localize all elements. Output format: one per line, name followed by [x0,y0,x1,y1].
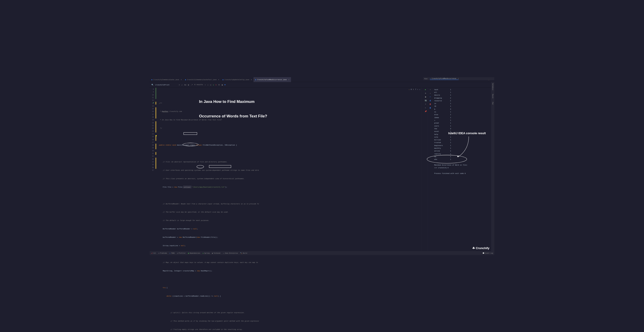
terminal-tool-button[interactable]: ▣Terminal [212,252,221,254]
layout-icon[interactable]: ⬇ [425,103,426,105]
bulb-icon[interactable]: 💡 [155,135,157,137]
todo-icon: ☑ [170,252,170,254]
maven-tool-button[interactable]: Maven [492,94,494,98]
run-tab[interactable]: ▸ CrunchifyFindMaxOccurrence ✕ [430,78,459,80]
print-icon[interactable]: 🖨 [430,100,431,102]
line-gutter: 8910111213141516171819202122232425262728… [150,88,156,251]
new-window-icon[interactable]: ▣ [222,84,223,86]
profiler-tool-button[interactable]: ◔Profiler [177,252,186,254]
deps-icon: ▦ [188,252,189,254]
clear-icon[interactable]: ✕ [179,84,180,86]
java-class-icon: ◉ [185,78,186,80]
down-icon[interactable]: ↓ [420,88,420,91]
close-icon[interactable]: ✕ [181,78,182,80]
words-icon[interactable]: W [188,84,189,86]
event-log-icon: 💬 [482,252,484,254]
code-content[interactable]: In Java How to Find Maximum Occurrence o… [159,88,422,251]
build-icon: 🔨 [240,252,242,254]
enter-icon[interactable]: ↵ [182,84,182,86]
next-icon[interactable]: ↓ [207,84,208,86]
close-icon[interactable]: ✕ [251,78,252,80]
match-case-icon[interactable]: Aa [184,84,186,86]
toggle-icon[interactable]: ⏸ [218,84,220,86]
down-icon[interactable]: ↓ [430,92,431,94]
prev-icon[interactable]: ↑ [204,84,206,86]
wrap-icon[interactable]: ↩ [430,96,431,98]
pin-icon[interactable]: 📌 [425,110,427,113]
search-bar: 🔍 ✕ ↵ Aa W .* 6 results ↑ ↓ ▢ ⇲ ⇱ ⏸ ▣ ▼ … [150,82,494,88]
exit-icon[interactable]: ⇤ [425,107,426,109]
event-log-button[interactable]: 💬Event Log [482,252,493,254]
add-selection-icon[interactable]: ⇲ [213,84,214,86]
tab-inmemory-cache[interactable]: ◉ CrunchifyInmemoryCache.java ✕ [150,77,183,82]
run-tool-button[interactable]: Run [492,102,494,105]
tab-label: CrunchifyUpdateConfig.java [224,78,249,80]
console-output[interactable]: tech1all1desire1blogging2resource2in1161… [432,88,494,251]
warning-icon: ⚠ [409,88,410,91]
rerun-icon[interactable]: ▶ [425,88,426,90]
tab-inmemory-cache-test[interactable]: ◉ CrunchifyInmemoryCacheTest.java ✕ [184,77,221,82]
console-row: in1 [434,102,492,105]
console-row: reality1 [434,152,492,155]
stop-icon[interactable]: ■ [425,96,426,98]
console-row: is1 [434,110,492,113]
java-class-icon: ◉ [255,78,256,80]
console-row: ideas1 [434,116,492,119]
magnify-icon: ⚲ [413,88,414,91]
gear-icon[interactable]: ⚙ [425,92,426,94]
up-icon[interactable]: ↑ [430,88,431,90]
problems-tool-button[interactable]: ⊘Problems [158,252,167,254]
run-panel: ▶ ⚙ ■ 📷 ⬇ ⇤ 📌 ↑ ↓ ↩ 🖨 🗑 ▦ tech1all1desir… [423,88,494,251]
console-row: 161 [434,105,492,108]
console-row: tech1 [434,88,492,91]
minimap-scrollbar[interactable] [422,88,423,251]
run-toolbar-left: ▶ ⚙ ■ 📷 ⬇ ⇤ 📌 [423,88,428,251]
dump-icon[interactable]: 📷 [425,100,427,102]
console-max-line: Maximum Occurrence of Word in file: [434,164,492,166]
close-icon[interactable]: ✕ [458,78,459,79]
git-icon: ⎇ [151,252,152,254]
scroll-icon[interactable]: ▦ [430,107,431,109]
database-tool-button[interactable]: Database [492,83,494,90]
console-row: the3 [434,127,492,130]
tab-label: CrunchifyInmemoryCache.java [153,78,179,80]
filter-icon[interactable]: ▼ [224,84,226,86]
editor-area[interactable]: 8910111213141516171819202122232425262728… [150,88,423,251]
java-enterprise-tool-button[interactable]: ☕Java Enterprise [223,252,238,254]
console-row: desire1 [434,94,492,96]
select-all-icon[interactable]: ▢ [210,84,211,86]
console-row: who1 [434,158,492,161]
search-input[interactable] [155,84,177,86]
close-icon[interactable]: ✕ [218,78,219,80]
console-exit: Process finished with exit code 0 [434,172,492,175]
run-toolbar-right: ↑ ↓ ↩ 🖨 🗑 ▦ [428,88,432,251]
git-tool-button[interactable]: ⎇Git [151,252,156,254]
close-icon[interactable]: ✕ [288,78,289,80]
tab-find-max-occurrence[interactable]: ◉ CrunchifyFindMaxOccurrence.java ✕ [254,77,291,82]
remove-selection-icon[interactable]: ⇱ [216,84,217,86]
up-icon[interactable]: ↑ [417,88,418,91]
gutter-marks: ▶ 💡 [156,88,159,251]
console-row: resource2 [434,99,492,102]
run-gutter-icon[interactable]: ▶ [153,102,154,104]
console-row: site1 [434,136,492,138]
bottom-tool-bar: ⎇Git ⊘Problems ☑TODO ◔Profiler ▦Dependen… [150,251,494,255]
build-tool-button[interactable]: 🔨Build [240,252,247,254]
java-class-icon: ◉ [222,78,224,80]
trash-icon[interactable]: 🗑 [430,103,431,105]
console-max-result: ==> crunchify:4 [434,166,492,169]
annotation-console-result: IntelliJ IDEA console result [448,132,486,135]
console-row: also1 [434,113,492,116]
spring-tool-button[interactable]: ❀Spring [203,252,210,254]
console-row: users1 [434,124,492,127]
overlay-title: In Java How to Find Maximum Occurrence o… [199,89,267,128]
regex-icon[interactable]: .* [191,84,193,86]
dependencies-tool-button[interactable]: ▦Dependencies [188,252,200,254]
search-icon[interactable]: 🔍 [152,84,154,86]
todo-tool-button[interactable]: ☑TODO [170,252,174,254]
editor-inspections[interactable]: ⚠6 ⚲7 ↑ ↓ [409,88,420,91]
java-class-icon: ◉ [152,78,152,80]
problems-icon: ⊘ [158,252,160,254]
tab-update-config[interactable]: ◉ CrunchifyUpdateConfig.java ✕ [221,77,254,82]
console-row: all1 [434,91,492,94]
